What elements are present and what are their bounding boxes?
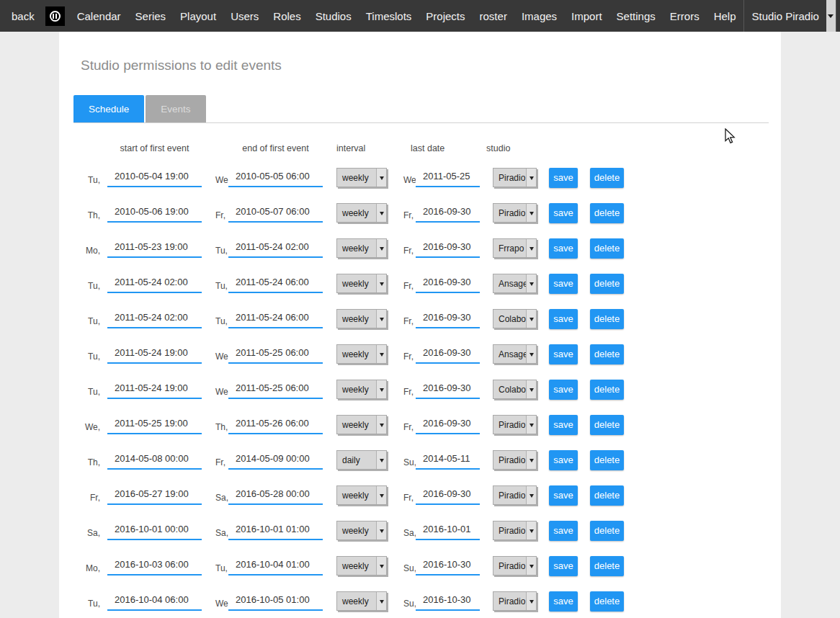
- save-button[interactable]: save: [549, 309, 578, 329]
- back-button[interactable]: back: [7, 10, 40, 22]
- delete-button[interactable]: delete: [590, 380, 624, 400]
- studio-select[interactable]: Frrapo: [493, 238, 537, 258]
- nav-item-users[interactable]: Users: [223, 10, 266, 22]
- end-datetime-input[interactable]: [228, 416, 323, 434]
- delete-button[interactable]: delete: [590, 521, 624, 541]
- studio-select[interactable]: Colabo: [493, 309, 537, 328]
- save-button[interactable]: save: [549, 521, 578, 541]
- start-datetime-input[interactable]: [107, 169, 202, 187]
- delete-button[interactable]: delete: [590, 344, 624, 364]
- start-datetime-input[interactable]: [107, 451, 202, 470]
- last-date-input[interactable]: [416, 169, 480, 187]
- interval-select[interactable]: weekly: [336, 168, 387, 187]
- nav-item-playout[interactable]: Playout: [173, 10, 223, 22]
- last-date-input[interactable]: [416, 416, 480, 434]
- studio-select[interactable]: Piradio: [493, 521, 537, 540]
- last-date-input[interactable]: [416, 345, 480, 364]
- start-datetime-input[interactable]: [107, 204, 202, 223]
- delete-button[interactable]: delete: [590, 238, 624, 259]
- chevron-down-icon[interactable]: [826, 0, 836, 32]
- delete-button[interactable]: delete: [590, 309, 624, 329]
- interval-select[interactable]: weekly: [336, 485, 387, 505]
- start-datetime-input[interactable]: [107, 310, 202, 328]
- start-datetime-input[interactable]: [107, 345, 202, 364]
- studio-select[interactable]: Piradio: [493, 168, 537, 187]
- nav-item-import[interactable]: Import: [564, 10, 609, 22]
- last-date-input[interactable]: [416, 204, 480, 223]
- studio-select-dropdown[interactable]: Studio Piradio: [743, 0, 836, 32]
- nav-item-images[interactable]: Images: [514, 10, 564, 22]
- studio-select[interactable]: Piradio: [493, 556, 537, 576]
- start-datetime-input[interactable]: [107, 521, 202, 540]
- delete-button[interactable]: delete: [590, 591, 624, 612]
- start-datetime-input[interactable]: [107, 486, 202, 505]
- last-date-input[interactable]: [416, 521, 480, 540]
- end-datetime-input[interactable]: [228, 310, 323, 328]
- end-datetime-input[interactable]: [228, 557, 323, 576]
- app-logo-pause-circle-icon[interactable]: [45, 6, 65, 26]
- last-date-input[interactable]: [416, 239, 480, 258]
- nav-item-settings[interactable]: Settings: [609, 10, 663, 22]
- studio-select[interactable]: Piradio: [493, 485, 537, 505]
- interval-select[interactable]: weekly: [336, 591, 387, 611]
- delete-button[interactable]: delete: [590, 274, 624, 294]
- last-date-input[interactable]: [416, 486, 480, 505]
- start-datetime-input[interactable]: [107, 380, 202, 399]
- delete-button[interactable]: delete: [590, 168, 624, 188]
- interval-select[interactable]: weekly: [336, 344, 387, 364]
- save-button[interactable]: save: [549, 380, 578, 400]
- nav-item-timeslots[interactable]: Timeslots: [359, 10, 419, 22]
- interval-select[interactable]: weekly: [336, 556, 387, 576]
- start-datetime-input[interactable]: [107, 274, 202, 293]
- nav-item-calendar[interactable]: Calendar: [70, 10, 128, 22]
- interval-select[interactable]: weekly: [336, 380, 387, 399]
- studio-select[interactable]: Colabo: [493, 380, 537, 399]
- studio-select[interactable]: Piradio: [493, 450, 537, 470]
- delete-button[interactable]: delete: [590, 556, 624, 576]
- interval-select[interactable]: weekly: [336, 309, 387, 328]
- save-button[interactable]: save: [549, 450, 578, 470]
- start-datetime-input[interactable]: [107, 416, 202, 434]
- delete-button[interactable]: delete: [590, 485, 624, 506]
- start-datetime-input[interactable]: [107, 239, 202, 258]
- delete-button[interactable]: delete: [590, 415, 624, 435]
- save-button[interactable]: save: [549, 344, 578, 364]
- save-button[interactable]: save: [549, 274, 578, 294]
- save-button[interactable]: save: [549, 168, 578, 188]
- nav-item-series[interactable]: Series: [128, 10, 174, 22]
- save-button[interactable]: save: [549, 556, 578, 576]
- interval-select[interactable]: weekly: [336, 203, 387, 223]
- tab-schedule[interactable]: Schedule: [73, 95, 144, 122]
- end-datetime-input[interactable]: [228, 380, 323, 399]
- nav-item-errors[interactable]: Errors: [663, 10, 707, 22]
- save-button[interactable]: save: [549, 238, 578, 259]
- last-date-input[interactable]: [416, 592, 480, 611]
- start-datetime-input[interactable]: [107, 557, 202, 576]
- save-button[interactable]: save: [549, 415, 578, 435]
- end-datetime-input[interactable]: [228, 345, 323, 364]
- end-datetime-input[interactable]: [228, 451, 323, 470]
- studio-select[interactable]: Piradio: [493, 203, 537, 223]
- save-button[interactable]: save: [549, 591, 578, 612]
- end-datetime-input[interactable]: [228, 204, 323, 223]
- interval-select[interactable]: weekly: [336, 521, 387, 540]
- interval-select[interactable]: weekly: [336, 415, 387, 434]
- end-datetime-input[interactable]: [228, 486, 323, 505]
- interval-select[interactable]: weekly: [336, 274, 387, 293]
- end-datetime-input[interactable]: [228, 592, 323, 611]
- last-date-input[interactable]: [416, 557, 480, 576]
- last-date-input[interactable]: [416, 380, 480, 399]
- nav-item-studios[interactable]: Studios: [308, 10, 359, 22]
- studio-select[interactable]: Ansage: [493, 344, 537, 364]
- nav-item-roles[interactable]: Roles: [266, 10, 308, 22]
- nav-item-projects[interactable]: Projects: [419, 10, 472, 22]
- delete-button[interactable]: delete: [590, 450, 624, 470]
- end-datetime-input[interactable]: [228, 169, 323, 187]
- save-button[interactable]: save: [549, 203, 578, 223]
- nav-item-roster[interactable]: roster: [473, 10, 514, 22]
- last-date-input[interactable]: [416, 310, 480, 328]
- end-datetime-input[interactable]: [228, 274, 323, 293]
- interval-select[interactable]: daily: [336, 450, 387, 470]
- studio-select[interactable]: Ansage: [493, 274, 537, 293]
- nav-item-help[interactable]: Help: [707, 10, 743, 22]
